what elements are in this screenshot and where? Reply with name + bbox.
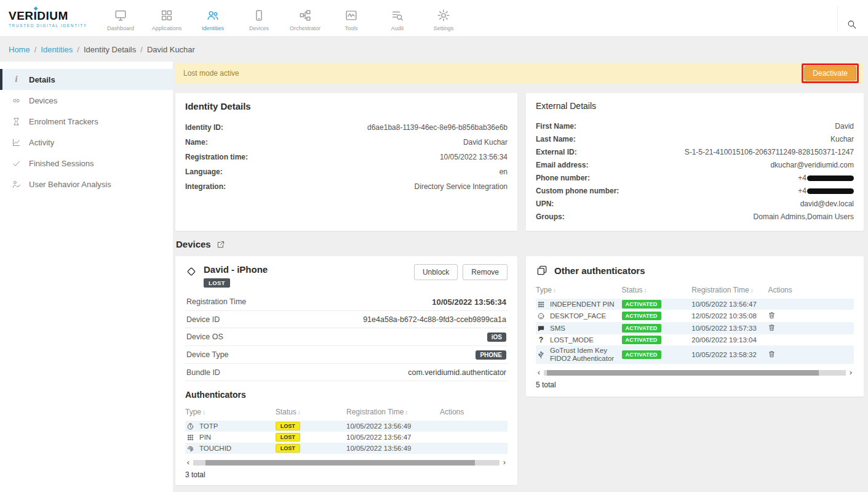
col-header-type[interactable]: Type↕ (536, 283, 622, 299)
lost-mode-message: Lost mode active (183, 69, 239, 78)
sidebar-item-devices[interactable]: Devices (0, 90, 173, 111)
scrollbar-track[interactable] (193, 460, 500, 466)
nav-item-devices[interactable]: Devices (239, 5, 279, 31)
authenticator-type: INDEPENDENT PIN (550, 300, 615, 308)
nav-label: Applications (152, 25, 182, 31)
nav-item-audit[interactable]: Audit (378, 5, 417, 31)
device-field-device-id: Device ID 91e4a58a-b672-4c88-9fd3-cceb98… (185, 311, 508, 328)
sidebar-item-details[interactable]: i Details (0, 69, 173, 90)
search-icon (846, 19, 857, 30)
field-label: Registration Time (186, 297, 246, 306)
applications-icon (160, 9, 173, 22)
nav-item-tools[interactable]: Tools (332, 5, 371, 31)
col-header-type[interactable]: Type↕ (185, 405, 276, 421)
question-icon: ? (537, 336, 545, 344)
sidebar: i Details Devices Enrolment Trackers Act… (0, 62, 173, 492)
external-details-card: External Details First Name: David Last … (526, 93, 864, 231)
sidebar-item-enrolment-trackers[interactable]: Enrolment Trackers (0, 111, 173, 132)
other-authenticators-title: Other authenticators (554, 265, 645, 276)
field-label: Identity ID: (185, 123, 223, 132)
nav-item-identities[interactable]: Identities (193, 5, 233, 31)
registration-time: 10/05/2022 13:56:49 (346, 443, 440, 454)
scrollbar-thumb[interactable] (205, 460, 475, 466)
breadcrumb-home[interactable]: Home (9, 45, 30, 54)
scrollbar-track[interactable] (544, 370, 846, 376)
scroll-left-icon[interactable]: ‹ (536, 369, 542, 376)
main-content: Lost mode active Deactivate Identity Det… (174, 62, 868, 492)
scroll-right-icon[interactable]: › (848, 369, 854, 376)
table-row: SMS ACTIVATED 10/05/2022 13:57:33 (536, 322, 854, 334)
scrollbar-thumb[interactable] (547, 370, 819, 376)
breadcrumb-current-user: David Kuchar (147, 45, 195, 54)
col-header-status[interactable]: Status↕ (276, 405, 346, 421)
field-row-groups: Groups: Domain Admins,Domain Users (536, 210, 854, 223)
registration-time: 12/05/2022 10:35:08 (691, 310, 768, 322)
field-label: Email address: (536, 161, 588, 169)
devices-section-title: Devices (176, 239, 211, 249)
authenticators-table: Type↕ Status↕ Registration Time↕ Actions… (185, 405, 508, 454)
delete-icon[interactable] (768, 350, 776, 358)
sidebar-item-label: Devices (29, 96, 57, 105)
field-label: External ID: (536, 148, 577, 156)
sidebar-item-user-behavior-analysis[interactable]: User Behavior Analysis (0, 174, 173, 195)
breadcrumb-identities[interactable]: Identities (41, 45, 73, 54)
col-header-actions: Actions (768, 283, 854, 299)
logo-diamond-icon: ◆ (34, 6, 38, 11)
status-badge: LOST (276, 444, 300, 453)
registration-time: 20/06/2022 19:13:04 (691, 334, 768, 345)
horizontal-scrollbar[interactable]: ‹ › (536, 369, 854, 376)
sort-icon: ↕ (298, 409, 301, 416)
device-field-device-type: Device Type PHONE (185, 346, 508, 364)
table-row: DESKTOP_FACE ACTIVATED 12/05/2022 10:35:… (536, 310, 854, 322)
horizontal-scrollbar[interactable]: ‹ › (185, 459, 508, 466)
search-button[interactable] (837, 6, 866, 31)
nav-item-settings[interactable]: Settings (424, 5, 463, 31)
activity-chart-icon (11, 138, 22, 147)
nav-label: Orchestrator (290, 25, 321, 31)
col-header-registration-time[interactable]: Registration Time↕ (691, 283, 768, 299)
device-id-link[interactable]: 91e4a58a-b672-4c88-9fd3-cceb9899ca1a (363, 315, 506, 324)
col-header-status[interactable]: Status↕ (622, 283, 692, 299)
scroll-right-icon[interactable]: › (501, 459, 508, 466)
authenticators-total: 3 total (185, 470, 508, 479)
sidebar-item-finished-sessions[interactable]: Finished Sessions (0, 153, 173, 174)
col-header-registration-time[interactable]: Registration Time↕ (346, 405, 440, 421)
nav-label: Settings (434, 25, 454, 31)
registration-time: 10/05/2022 13:58:32 (691, 345, 768, 364)
authenticator-type: TOUCHID (199, 445, 231, 452)
sort-icon: ↕ (751, 287, 754, 294)
delete-icon[interactable] (768, 311, 776, 320)
table-row: INDEPENDENT PIN ACTIVATED 10/05/2022 13:… (536, 299, 854, 310)
table-row: ?LOST_MODE ACTIVATED 20/06/2022 19:13:04 (536, 334, 854, 345)
field-row-phone: Phone number: +4 (536, 171, 854, 184)
sidebar-item-label: Enrolment Trackers (29, 117, 98, 126)
nav-item-dashboard[interactable]: Dashboard (101, 5, 140, 31)
logo-text: VERIDIUM◆ (9, 9, 68, 23)
sort-icon: ↕ (202, 409, 205, 416)
scroll-left-icon[interactable]: ‹ (185, 459, 191, 466)
delete-icon[interactable] (768, 323, 776, 332)
field-label: Language: (185, 167, 223, 176)
table-row: TOTP LOST 10/05/2022 13:56:49 (185, 421, 508, 432)
sidebar-item-activity[interactable]: Activity (0, 132, 173, 153)
status-badge: ACTIVATED (622, 350, 661, 359)
sidebar-item-label: Activity (29, 138, 54, 147)
identity-details-card: Identity Details Identity ID: d6ae1ba8-1… (175, 93, 517, 231)
field-row-registration-time: Registration time: 10/05/2022 13:56:34 (185, 150, 508, 164)
table-row: GoTrust Idem Key FIDO2 Authenticator ACT… (536, 345, 854, 364)
authenticator-type: LOST_MODE (550, 336, 594, 344)
remove-button[interactable]: Remove (463, 264, 508, 280)
click-highlight-box: Deactivate (802, 63, 859, 83)
deactivate-button[interactable]: Deactivate (804, 66, 856, 81)
authenticator-type: TOTP (199, 422, 218, 430)
device-diamond-icon (185, 265, 197, 278)
external-link-icon[interactable] (217, 240, 225, 249)
nav-item-orchestrator[interactable]: Orchestrator (285, 5, 325, 31)
field-value: David (835, 122, 854, 131)
nav-item-applications[interactable]: Applications (147, 5, 186, 31)
status-badge: ACTIVATED (622, 324, 661, 333)
unblock-button[interactable]: Unblock (414, 264, 458, 280)
sidebar-item-label: Finished Sessions (29, 159, 94, 168)
field-label: Device Type (186, 350, 229, 359)
veridium-logo[interactable]: VERIDIUM◆ TRUSTED DIGITAL IDENTITY (0, 9, 94, 28)
